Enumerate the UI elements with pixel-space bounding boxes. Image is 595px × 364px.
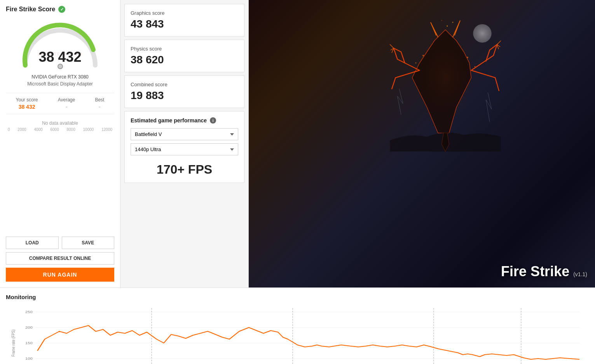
perf-title-text: Estimated game performance (131, 117, 207, 124)
graphics-score-card: Graphics score 43 843 (124, 4, 244, 37)
load-save-row: LOAD SAVE (6, 237, 114, 249)
score-gauge: VMODTECH.COM 38 432 (17, 19, 103, 69)
adapter-name: Microsoft Basic Display Adapter (6, 81, 114, 87)
physics-label: Physics score (131, 46, 238, 52)
resolution-select[interactable]: 1440p Ultra 1080p Ultra 4K Ultra (131, 143, 238, 155)
svg-point-3 (422, 55, 424, 56)
device-names: NVIDIA GeForce RTX 3080 Microsoft Basic … (6, 74, 114, 87)
right-panel: Fire Strike (v1.1) (249, 0, 595, 287)
svg-point-5 (467, 57, 468, 58)
monitoring-section: Monitoring Frame rate (FPS) 250 200 150 (0, 287, 595, 364)
action-buttons: LOAD SAVE COMPARE RESULT ONLINE RUN AGAI… (6, 237, 114, 282)
monitoring-chart: Frame rate (FPS) 250 200 150 100 0 (6, 304, 589, 364)
svg-point-6 (474, 66, 475, 67)
middle-panel: Graphics score 43 843 Physics score 38 6… (120, 0, 249, 287)
svg-text:100: 100 (25, 357, 33, 361)
perf-title: Estimated game performance i (131, 117, 238, 124)
svg-point-7 (447, 26, 448, 27)
your-score-label: Your score (16, 97, 38, 103)
svg-text:150: 150 (25, 341, 33, 345)
fire-strike-label: Fire Strike (501, 263, 569, 279)
compare-button[interactable]: COMPARE RESULT ONLINE (6, 252, 114, 265)
average-label: Average (58, 97, 75, 103)
save-button[interactable]: SAVE (62, 237, 115, 249)
performance-section: Estimated game performance i Battlefield… (124, 111, 244, 183)
average-value: - (58, 104, 75, 110)
physics-value: 38 620 (131, 54, 238, 66)
graphics-value: 43 843 (131, 18, 238, 30)
best-score-col: Best - (95, 97, 104, 110)
best-label: Best (95, 97, 104, 103)
fps-display: 170+ FPS (131, 162, 238, 177)
svg-point-9 (452, 22, 453, 23)
svg-point-4 (415, 63, 416, 64)
check-icon: ✓ (58, 6, 65, 13)
chart-container: Frame rate (FPS) 250 200 150 100 0 (6, 304, 589, 364)
info-icon[interactable]: i (210, 117, 216, 124)
load-button[interactable]: LOAD (6, 237, 59, 249)
combined-label: Combined score (131, 82, 238, 87)
your-score-value: 38 432 (16, 104, 38, 110)
score-comparison: Your score 38 432 Average - Best - (6, 93, 114, 114)
app-title: Fire Strike Score ✓ (6, 6, 114, 13)
svg-text:250: 250 (25, 310, 33, 314)
physics-score-card: Physics score 38 620 (124, 40, 244, 72)
monitoring-title: Monitoring (6, 294, 589, 300)
left-panel: Fire Strike Score ✓ VMODTECH.COM 38 432 … (0, 0, 120, 287)
average-score-col: Average - (58, 97, 75, 110)
svg-text:200: 200 (25, 326, 33, 329)
svg-text:Frame rate (FPS): Frame rate (FPS) (11, 329, 16, 357)
title-text: Fire Strike Score (6, 6, 55, 13)
main-score: 38 432 (38, 49, 81, 65)
svg-point-8 (441, 20, 442, 21)
fire-strike-logo: Fire Strike (v1.1) (501, 263, 587, 280)
no-data-text: No data available (6, 120, 114, 126)
chart-axis: 0 2000 4000 6000 8000 10000 12000 (6, 127, 114, 132)
best-value: - (95, 104, 104, 110)
run-again-button[interactable]: RUN AGAIN (6, 268, 114, 282)
svg-point-1 (473, 24, 492, 43)
gpu-name: NVIDIA GeForce RTX 3080 (6, 74, 114, 80)
your-score-col: Your score 38 432 (16, 97, 38, 110)
gauge-needle (58, 64, 63, 69)
fire-strike-background: Fire Strike (v1.1) (249, 0, 595, 287)
combined-value: 19 883 (131, 89, 238, 102)
game-select[interactable]: Battlefield V Cyberpunk 2077 Shadow of t… (131, 128, 238, 140)
graphics-label: Graphics score (131, 10, 238, 16)
monster-silhouette (387, 4, 504, 152)
combined-score-card: Combined score 19 883 (124, 75, 244, 108)
fire-strike-version: (v1.1) (573, 271, 587, 277)
